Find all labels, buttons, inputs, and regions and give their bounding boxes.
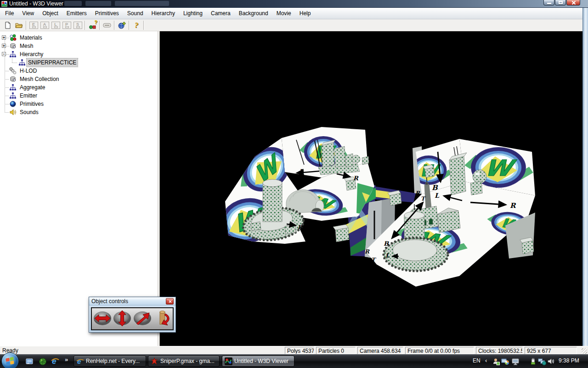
materials-icon <box>9 34 17 41</box>
tree-item-aggregate[interactable]: Aggregate <box>0 83 158 92</box>
minimize-button[interactable] <box>543 0 554 6</box>
status-bar: Ready Polys 4537 Particles 0 Camera 458.… <box>0 346 588 354</box>
tree-item-mesh-collection[interactable]: Mesh Collection <box>0 75 158 83</box>
menu-view[interactable]: View <box>18 8 38 18</box>
tray-display-icon[interactable] <box>512 358 520 367</box>
taskbar-clock[interactable]: 9:38 PM <box>559 357 579 364</box>
object-controls-dialog: Object controls <box>89 297 176 333</box>
open-folder-icon <box>15 22 23 29</box>
language-indicator[interactable]: EN <box>473 357 481 364</box>
close-icon <box>169 300 172 303</box>
tray-messenger-icon[interactable] <box>492 358 500 367</box>
save-sound-icon: S <box>74 22 82 29</box>
axis-label: B <box>384 240 389 247</box>
hlod-icon <box>9 67 17 75</box>
mesh-collection-icon <box>9 75 17 83</box>
open-file-button[interactable] <box>13 20 24 30</box>
tree-item-hierarchy[interactable]: - Hierarchy <box>0 50 158 58</box>
menu-movie[interactable]: Movie <box>272 8 295 18</box>
ghost-window-remnant <box>85 1 111 6</box>
tree-item-materials[interactable]: + Materials <box>0 34 158 42</box>
help-button[interactable]: ? <box>131 20 142 30</box>
object-controls-titlebar[interactable]: Object controls <box>89 297 175 305</box>
save-primitive-button[interactable]: P <box>61 20 72 30</box>
add-object-button[interactable] <box>116 20 127 30</box>
scene-settings-button[interactable]: ? <box>87 20 98 30</box>
show-desktop-button[interactable] <box>25 357 34 366</box>
close-button[interactable] <box>566 0 580 6</box>
axis-label: R <box>298 224 303 230</box>
menu-camera[interactable]: Camera <box>207 8 235 18</box>
tree-item-emitter[interactable]: Emitter <box>0 92 158 100</box>
rotate-object-icon <box>153 309 172 328</box>
status-particles: Particles 0 <box>316 347 356 354</box>
tray-volume-icon[interactable] <box>547 357 555 367</box>
tree-item-mesh[interactable]: + Mesh <box>0 42 158 50</box>
quick-launch-overflow-chevron[interactable]: » <box>65 356 68 363</box>
object-controls-close-button[interactable] <box>166 298 174 305</box>
rotate-object-button[interactable] <box>153 309 172 329</box>
move-depth-button[interactable] <box>132 309 152 329</box>
tree-item-sniperpractice[interactable]: SNIPERPRACTICE <box>0 58 158 67</box>
menu-primitives[interactable]: Primitives <box>91 8 123 18</box>
status-resolution: 925 x 677 <box>525 347 577 354</box>
animation-bar-icon <box>103 23 111 28</box>
menu-object[interactable]: Object <box>38 8 62 18</box>
menu-hierarchy[interactable]: Hierarchy <box>147 8 179 18</box>
ghost-window-remnant <box>115 1 169 6</box>
menu-help[interactable]: Help <box>295 8 315 18</box>
window-title: Untitled - W3D Viewer <box>9 0 63 7</box>
status-camera: Camera 458.634 <box>357 347 403 354</box>
window-titlebar[interactable]: Untitled - W3D Viewer <box>0 0 588 8</box>
menu-file[interactable]: File <box>1 8 18 18</box>
viewport-3d[interactable]: W <box>160 31 582 346</box>
new-file-button[interactable] <box>2 20 13 30</box>
svg-text:e: e <box>77 357 81 365</box>
menu-lighting[interactable]: Lighting <box>179 8 207 18</box>
expand-box[interactable]: - <box>2 52 6 56</box>
tray-collapse-chevron[interactable]: ‹ <box>485 357 487 364</box>
task-button-renhelp[interactable]: e RenHelp.net - Every... <box>74 356 146 367</box>
tree-item-sounds[interactable]: Sounds <box>0 108 158 116</box>
minimize-icon <box>547 3 551 4</box>
tray-network-icon[interactable] <box>538 357 546 367</box>
menu-background[interactable]: Background <box>235 8 272 18</box>
save-emitter-button[interactable]: E <box>28 20 39 30</box>
internet-explorer-button[interactable]: e <box>51 356 59 365</box>
axis-label: R <box>353 175 359 182</box>
save-emitter-icon: E <box>29 22 38 29</box>
tree-item-primitives[interactable]: Primitives <box>0 100 158 108</box>
save-primitive-icon: P <box>62 22 71 29</box>
toolbar-separator <box>26 21 27 30</box>
animation-toolbar-button[interactable] <box>102 20 113 30</box>
move-horizontal-button[interactable] <box>92 309 112 329</box>
tray-power-icon[interactable] <box>529 357 537 367</box>
maximize-button[interactable] <box>555 0 566 6</box>
tray-media-icon[interactable] <box>501 358 509 367</box>
menu-emitters[interactable]: Emitters <box>62 8 91 18</box>
axis-label: R <box>365 248 370 255</box>
expand-box[interactable]: + <box>2 44 6 48</box>
save-aggregate-icon: A <box>40 22 49 29</box>
save-sound-button[interactable]: S <box>72 20 83 30</box>
window-right-border[interactable] <box>582 8 588 346</box>
menu-sound[interactable]: Sound <box>123 8 147 18</box>
task-button-gmax[interactable]: SniperP.gmax - gma... <box>148 356 220 367</box>
save-lod-button[interactable]: L <box>50 20 61 30</box>
quick-launch-app-button[interactable] <box>39 357 47 366</box>
save-lod-icon: L <box>51 22 60 29</box>
ghost-window-remnant <box>64 1 82 6</box>
object-controls-body <box>91 307 174 330</box>
toolbar-separator <box>99 21 100 30</box>
globe-add-icon <box>118 22 126 29</box>
task-button-w3d-viewer[interactable]: Untitled - W3D Viewer <box>222 356 294 367</box>
resize-grip[interactable] <box>582 348 587 354</box>
expand-box[interactable]: + <box>2 35 6 40</box>
start-button[interactable] <box>1 352 19 368</box>
move-vertical-button[interactable] <box>113 309 132 329</box>
axis-label: L <box>385 252 390 259</box>
save-aggregate-button[interactable]: A <box>39 20 50 30</box>
tree-item-hlod[interactable]: H-LOD <box>0 67 158 75</box>
selected-tree-item[interactable]: SNIPERPRACTICE <box>27 58 78 67</box>
viewport-scene: W <box>160 31 582 346</box>
